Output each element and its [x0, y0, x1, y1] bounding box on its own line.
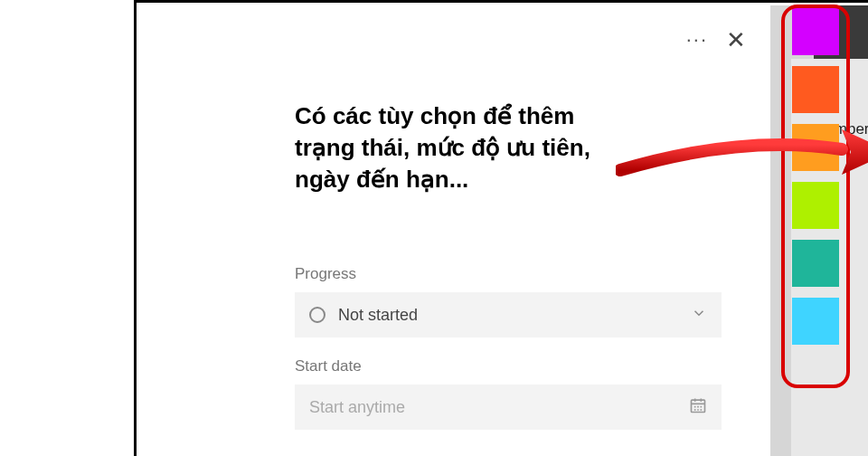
progress-value: Not started — [338, 306, 691, 325]
status-circle-icon — [309, 307, 326, 323]
start-date-input[interactable]: Start anytime — [295, 385, 722, 430]
calendar-icon — [689, 396, 707, 418]
dialog-frame: ··· ✕ Có các tùy chọn để thêm trạng thái… — [134, 0, 868, 456]
swatch-lime[interactable] — [792, 182, 839, 229]
color-swatch-column — [792, 8, 841, 345]
chevron-down-icon — [691, 305, 707, 325]
start-date-placeholder: Start anytime — [309, 398, 689, 417]
close-icon[interactable]: ✕ — [726, 28, 746, 52]
swatch-teal[interactable] — [792, 240, 839, 287]
start-date-label: Start date — [295, 357, 722, 375]
header-actions: ··· ✕ — [686, 28, 746, 52]
more-icon[interactable]: ··· — [686, 30, 708, 50]
progress-label: Progress — [295, 265, 722, 283]
progress-dropdown[interactable]: Not started — [295, 292, 722, 337]
swatch-orange-red[interactable] — [792, 66, 839, 113]
swatch-magenta[interactable] — [792, 8, 839, 55]
form-area: Progress Not started Start date Start an… — [295, 265, 722, 430]
swatch-cyan[interactable] — [792, 298, 839, 345]
swatch-orange[interactable] — [792, 124, 839, 171]
annotation-text: Có các tùy chọn để thêm trạng thái, mức … — [295, 100, 629, 195]
